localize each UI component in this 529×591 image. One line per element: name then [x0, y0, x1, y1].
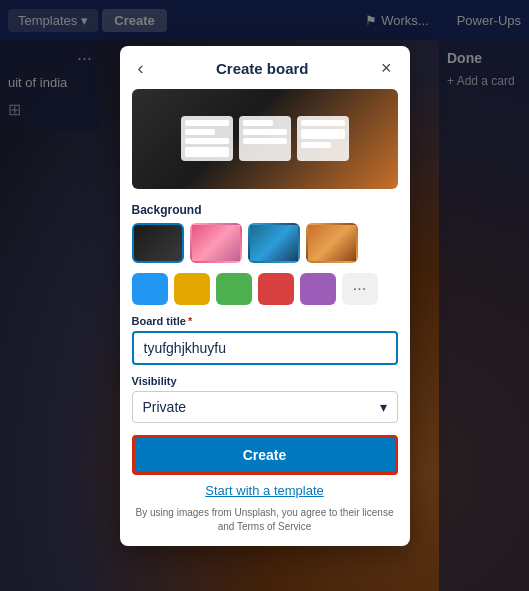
- visibility-select[interactable]: Private ▾: [132, 391, 398, 423]
- create-board-modal: ‹ Create board ×: [120, 46, 410, 546]
- color-option-green[interactable]: [216, 273, 252, 305]
- modal-title: Create board: [150, 60, 375, 77]
- required-star: *: [188, 315, 192, 327]
- close-icon: ×: [381, 58, 392, 78]
- modal-overlay: ‹ Create board ×: [0, 0, 529, 591]
- back-button[interactable]: ‹: [132, 56, 150, 81]
- color-more-button[interactable]: ···: [342, 273, 378, 305]
- chevron-down-icon: ▾: [380, 399, 387, 415]
- preview-col-1: [181, 116, 233, 161]
- preview-card: [301, 120, 345, 126]
- preview-card: [185, 138, 229, 144]
- board-preview: [132, 89, 398, 189]
- close-button[interactable]: ×: [375, 56, 398, 81]
- modal-footer: By using images from Unsplash, you agree…: [120, 506, 410, 546]
- color-option-purple[interactable]: [300, 273, 336, 305]
- preview-col-3: [297, 116, 349, 161]
- template-link[interactable]: Start with a template: [120, 483, 410, 506]
- color-option-blue[interactable]: [132, 273, 168, 305]
- preview-card: [243, 138, 287, 144]
- board-title-input[interactable]: [132, 331, 398, 365]
- ellipsis-icon: ···: [353, 280, 366, 298]
- color-option-red[interactable]: [258, 273, 294, 305]
- bg-option-dark-stones[interactable]: [132, 223, 184, 263]
- preview-col-2: [239, 116, 291, 161]
- preview-cards: [173, 108, 357, 169]
- preview-card: [185, 120, 229, 126]
- preview-card: [243, 129, 287, 135]
- preview-card: [243, 120, 274, 126]
- background-label: Background: [120, 199, 410, 223]
- visibility-label: Visibility: [120, 375, 410, 391]
- create-board-button[interactable]: Create: [132, 435, 398, 475]
- bg-option-desert[interactable]: [306, 223, 358, 263]
- modal-header: ‹ Create board ×: [120, 46, 410, 89]
- preview-card: [301, 142, 332, 148]
- bg-option-pink-mountains[interactable]: [190, 223, 242, 263]
- bg-option-blue-mountains[interactable]: [248, 223, 300, 263]
- color-option-yellow[interactable]: [174, 273, 210, 305]
- preview-card: [185, 129, 216, 135]
- board-title-label: Board title *: [120, 315, 410, 331]
- background-options: [120, 223, 410, 273]
- preview-card: [185, 147, 229, 157]
- preview-card: [301, 129, 345, 139]
- color-options: ···: [120, 273, 410, 315]
- back-icon: ‹: [138, 58, 144, 78]
- visibility-value: Private: [143, 399, 187, 415]
